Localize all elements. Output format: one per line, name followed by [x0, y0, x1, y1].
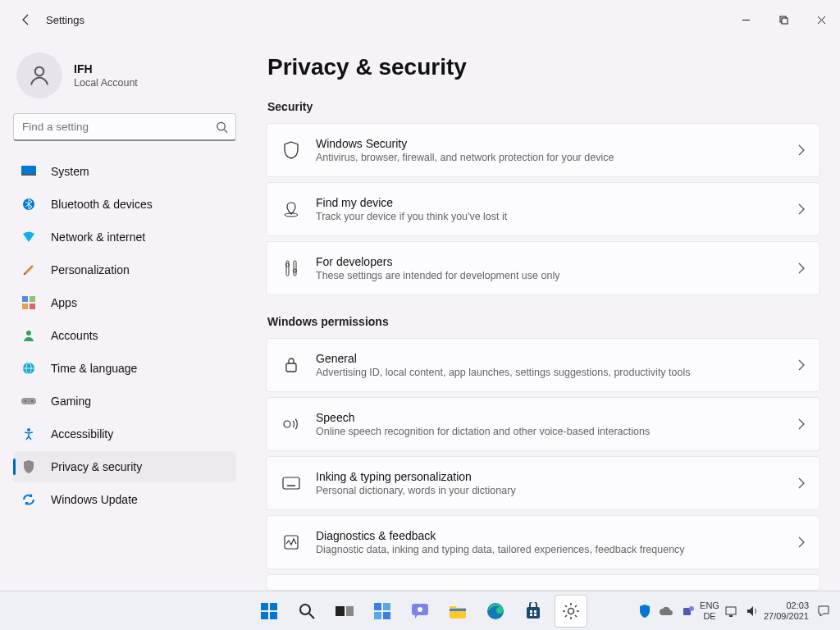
svg-rect-41 [270, 612, 277, 619]
sidebar-item-label: Gaming [51, 395, 91, 408]
sidebar-item-label: Windows Update [51, 493, 138, 506]
sidebar-item-label: Accounts [51, 329, 98, 342]
taskbar-taskview[interactable] [328, 595, 361, 628]
accessibility-icon [21, 427, 36, 441]
sidebar-item-apps[interactable]: Apps [13, 287, 236, 318]
svg-point-59 [568, 608, 574, 614]
card-for-developers[interactable]: For developers These settings are intend… [266, 241, 820, 295]
card-speech[interactable]: Speech Online speech recognition for dic… [266, 397, 820, 451]
page-title: Privacy & security [267, 54, 820, 80]
card-title: Speech [316, 411, 783, 424]
card-partial[interactable] [266, 574, 820, 591]
back-button[interactable] [11, 5, 41, 34]
system-tray[interactable] [724, 605, 759, 617]
shield-icon [21, 460, 36, 473]
minimize-button[interactable] [727, 7, 765, 33]
card-subtitle: Advertising ID, local content, app launc… [316, 367, 783, 378]
svg-rect-62 [726, 607, 736, 614]
close-button[interactable] [802, 7, 840, 33]
notifications-tray-icon[interactable] [814, 605, 833, 618]
svg-rect-9 [21, 174, 36, 176]
svg-point-23 [27, 428, 30, 431]
sidebar-item-windows-update[interactable]: Windows Update [13, 484, 236, 515]
card-subtitle: Diagnostic data, inking and typing data,… [316, 544, 783, 555]
svg-rect-20 [21, 398, 36, 404]
window-controls [727, 7, 840, 33]
chevron-right-icon [798, 536, 805, 548]
sidebar-item-system[interactable]: System [13, 156, 236, 187]
sidebar-item-accessibility[interactable]: Accessibility [13, 418, 236, 450]
svg-point-16 [26, 331, 31, 336]
svg-point-61 [689, 606, 694, 611]
onedrive-tray-icon[interactable] [659, 606, 673, 616]
card-inking-typing[interactable]: Inking & typing personalization Personal… [266, 456, 820, 510]
card-title: Find my device [316, 196, 783, 209]
sidebar-item-gaming[interactable]: Gaming [13, 386, 236, 417]
svg-rect-29 [286, 363, 296, 372]
card-title: Diagnostics & feedback [316, 529, 783, 542]
apps-icon [21, 296, 36, 309]
sidebar: IFH Local Account System Bluetooth & dev… [0, 39, 246, 591]
svg-point-42 [300, 605, 310, 614]
globe-icon [21, 362, 36, 375]
avatar [16, 52, 62, 98]
sidebar-item-label: Accessibility [51, 427, 113, 441]
start-button[interactable] [253, 595, 285, 628]
maximize-button[interactable] [765, 7, 802, 33]
sidebar-item-label: Privacy & security [51, 460, 142, 473]
card-find-my-device[interactable]: Find my device Track your device if you … [266, 182, 820, 236]
card-windows-security[interactable]: Windows Security Antivirus, browser, fir… [266, 123, 820, 177]
svg-line-7 [224, 130, 227, 133]
taskbar-widgets[interactable] [366, 595, 399, 628]
svg-rect-55 [530, 610, 532, 613]
sidebar-item-accounts[interactable]: Accounts [13, 320, 236, 351]
sidebar-item-label: Personalization [51, 263, 130, 276]
taskbar-explorer[interactable] [441, 595, 474, 628]
chevron-right-icon [798, 144, 805, 156]
taskbar-store[interactable] [517, 595, 550, 628]
tray-icons[interactable] [639, 605, 695, 618]
window-title: Settings [46, 14, 84, 26]
sidebar-item-network[interactable]: Network & internet [13, 221, 236, 253]
sidebar-item-privacy[interactable]: Privacy & security [13, 451, 236, 482]
search-input[interactable] [13, 113, 236, 141]
account-block[interactable]: IFH Local Account [16, 52, 236, 98]
shield-icon [281, 141, 301, 159]
svg-point-6 [217, 122, 225, 130]
network-tray-icon[interactable] [724, 605, 737, 617]
teams-tray-icon[interactable] [682, 605, 695, 618]
svg-rect-31 [283, 477, 299, 489]
card-general[interactable]: General Advertising ID, local content, a… [266, 338, 820, 392]
volume-tray-icon[interactable] [746, 605, 759, 617]
taskbar: ENG DE 02:03 27/09/2021 [0, 591, 840, 630]
chevron-right-icon [798, 477, 805, 489]
clock[interactable]: 02:03 27/09/2021 [764, 600, 809, 621]
wifi-icon [21, 231, 36, 243]
svg-rect-2 [782, 18, 788, 24]
card-subtitle: Antivirus, browser, firewall, and networ… [316, 152, 783, 163]
gamepad-icon [21, 396, 36, 406]
security-tray-icon[interactable] [639, 605, 651, 618]
taskbar-settings[interactable] [555, 595, 587, 628]
taskbar-search[interactable] [290, 595, 323, 628]
sidebar-item-label: Apps [51, 296, 77, 309]
card-subtitle: These settings are intended for developm… [316, 270, 783, 281]
bluetooth-icon [21, 198, 36, 211]
card-diagnostics[interactable]: Diagnostics & feedback Diagnostic data, … [266, 515, 820, 569]
svg-rect-40 [261, 612, 268, 619]
sidebar-item-personalization[interactable]: Personalization [13, 254, 236, 285]
taskbar-chat[interactable] [404, 595, 436, 628]
language-indicator[interactable]: ENG DE [700, 600, 719, 620]
sidebar-item-time-language[interactable]: Time & language [13, 353, 236, 384]
search-box[interactable] [13, 113, 236, 141]
sidebar-item-label: System [51, 165, 89, 178]
taskbar-edge[interactable] [479, 595, 512, 628]
svg-rect-38 [261, 603, 268, 610]
sidebar-item-bluetooth[interactable]: Bluetooth & devices [13, 189, 236, 220]
svg-rect-48 [374, 612, 381, 619]
svg-rect-54 [527, 607, 540, 619]
svg-rect-39 [270, 603, 277, 610]
chevron-right-icon [798, 359, 805, 371]
main-content[interactable]: Privacy & security Security Windows Secu… [246, 39, 840, 591]
nav-list: System Bluetooth & devices Network & int… [13, 156, 236, 515]
